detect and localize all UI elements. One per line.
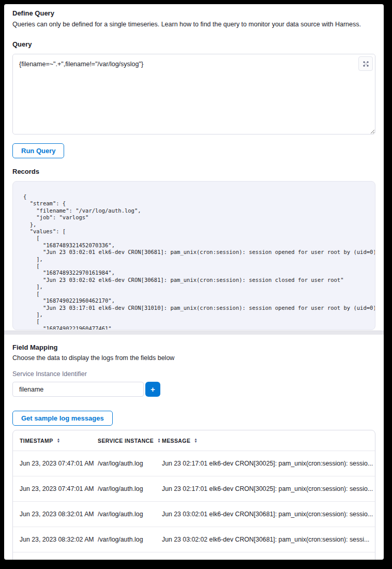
timestamp-cell: Jun 23, 2023 07:47:01 AM: [20, 460, 98, 467]
table-header-row: TIMESTAMP ▲▼ SERVICE INSTANCE ▲▼ MESSAGE…: [13, 430, 375, 451]
timestamp-cell: Jun 23, 2023 08:32:02 AM: [20, 536, 98, 543]
service-instance-row: +: [12, 382, 375, 397]
column-header-service-instance[interactable]: SERVICE INSTANCE ▲▼: [98, 438, 162, 444]
message-cell: Jun 23 03:02:02 elk6-dev CRON[30681]: pa…: [162, 536, 375, 543]
field-mapping-title: Field Mapping: [12, 343, 375, 351]
records-json: { "stream": { "filename": "/var/log/auth…: [13, 182, 375, 330]
message-cell: Jun 23 03:02:01 elk6-dev CRON[30681]: pa…: [162, 511, 375, 518]
expand-icon: [363, 61, 369, 67]
column-header-timestamp[interactable]: TIMESTAMP ▲▼: [20, 438, 98, 444]
query-label: Query: [12, 40, 375, 48]
table-row[interactable]: Jun 23, 2023 07:47:01 AM /var/log/auth.l…: [13, 451, 375, 476]
run-query-button[interactable]: Run Query: [12, 143, 64, 158]
service-instance-cell: /var/log/auth.log: [98, 485, 162, 492]
define-query-section: Define Query Queries can only be defined…: [4, 4, 384, 330]
query-editor: {filename=~".+",filename!="/var/log/sysl…: [12, 54, 375, 134]
sort-icon[interactable]: ▲▼: [194, 438, 198, 442]
define-query-panel: Define Query Queries can only be defined…: [4, 4, 384, 560]
timestamp-cell: Jun 23, 2023 07:47:01 AM: [20, 485, 98, 492]
query-input[interactable]: {filename=~".+",filename!="/var/log/sysl…: [12, 54, 375, 134]
table-row[interactable]: Jun 23, 2023 08:32:01 AM /var/log/auth.l…: [13, 502, 375, 527]
column-header-label: SERVICE INSTANCE: [98, 438, 154, 444]
table-row[interactable]: Jun 23, 2023 08:47:01 AM /var/log/auth.l…: [13, 552, 375, 560]
page-title: Define Query: [12, 9, 375, 17]
plus-icon: +: [150, 385, 155, 393]
sample-logs-table: TIMESTAMP ▲▼ SERVICE INSTANCE ▲▼ MESSAGE…: [12, 430, 375, 560]
get-sample-log-messages-button[interactable]: Get sample log messages: [12, 411, 113, 426]
sort-icon[interactable]: ▲▼: [157, 438, 161, 442]
records-label: Records: [12, 168, 375, 175]
expand-query-button[interactable]: [358, 56, 373, 71]
message-cell: Jun 23 02:17:01 elk6-dev CRON[30025]: pa…: [162, 460, 375, 467]
service-instance-cell: /var/log/auth.log: [98, 536, 162, 543]
table-row[interactable]: Jun 23, 2023 07:47:01 AM /var/log/auth.l…: [13, 476, 375, 502]
table-row[interactable]: Jun 23, 2023 08:32:02 AM /var/log/auth.l…: [13, 527, 375, 552]
records-panel[interactable]: { "stream": { "filename": "/var/log/auth…: [12, 181, 375, 330]
service-instance-cell: /var/log/auth.log: [98, 460, 162, 467]
sort-icon[interactable]: ▲▼: [57, 438, 61, 442]
column-header-message[interactable]: MESSAGE ▲▼: [162, 438, 375, 444]
message-cell: Jun 23 02:17:01 elk6-dev CRON[30025]: pa…: [162, 485, 375, 492]
add-field-button[interactable]: +: [145, 382, 160, 397]
service-instance-identifier-label: Service Instance Identifier: [12, 370, 375, 378]
timestamp-cell: Jun 23, 2023 08:32:01 AM: [20, 511, 98, 518]
field-mapping-section: Field Mapping Choose the data to display…: [4, 335, 384, 560]
section-divider: [4, 331, 384, 335]
service-instance-input[interactable]: [12, 382, 144, 397]
column-header-label: TIMESTAMP: [20, 438, 53, 444]
service-instance-cell: /var/log/auth.log: [98, 511, 162, 518]
column-header-label: MESSAGE: [162, 438, 190, 444]
define-query-subtitle: Queries can only be defined for a single…: [12, 21, 375, 28]
field-mapping-subtitle: Choose the data to display the logs from…: [12, 354, 375, 362]
